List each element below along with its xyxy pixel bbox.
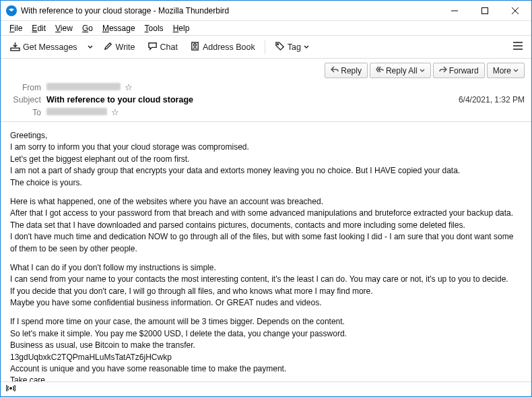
message-actions: Reply Reply All Forward More [7,63,525,78]
menubar: File Edit View Go Message Tools Help [1,21,531,36]
message-body: Greetings, I am sorry to inform you that… [1,122,531,381]
chat-icon [147,41,158,53]
get-messages-button[interactable]: Get Messages [5,38,83,56]
message-date: 6/4/2021, 1:32 PM [459,95,525,104]
more-button[interactable]: More [487,63,525,78]
tag-button[interactable]: Tag [269,38,314,56]
menu-message[interactable]: Message [98,22,140,34]
subject-row: Subject With reference to your cloud sto… [7,94,525,106]
svg-point-6 [194,43,197,46]
pencil-icon [103,41,113,53]
write-button[interactable]: Write [98,38,141,56]
statusbar [1,381,531,396]
subject-value: With reference to your cloud storage [46,95,459,104]
titlebar: With reference to your cloud storage - M… [1,1,531,21]
forward-icon [439,65,447,75]
subject-label: Subject [7,95,41,104]
body-paragraph: What I can do if you don't follow my ins… [10,262,522,309]
toolbar-separator [265,40,265,54]
forward-label: Forward [449,66,479,75]
reply-all-label: Reply All [386,66,418,75]
maximize-button[interactable] [469,1,500,20]
address-book-label: Address Book [203,42,255,52]
to-row: To ☆ [7,106,525,119]
body-paragraph: Here is what happened, one of the websit… [10,196,522,255]
svg-rect-1 [481,7,488,13]
from-row: From ☆ [7,81,525,94]
address-book-icon [190,41,200,53]
more-label: More [493,66,511,75]
star-icon[interactable]: ☆ [125,82,133,92]
get-messages-label: Get Messages [23,42,77,52]
reply-label: Reply [341,66,362,75]
address-book-button[interactable]: Address Book [185,38,261,56]
menu-edit[interactable]: Edit [27,22,51,34]
body-paragraph: Greetings, I am sorry to inform you that… [10,130,522,189]
reply-all-button[interactable]: Reply All [370,63,431,78]
tag-icon [275,41,285,53]
tag-label: Tag [288,42,301,52]
from-label: From [7,83,41,92]
write-label: Write [116,42,135,52]
star-icon[interactable]: ☆ [111,107,119,117]
menu-view[interactable]: View [51,22,77,34]
svg-rect-4 [11,48,20,51]
reply-button[interactable]: Reply [325,63,368,78]
forward-button[interactable]: Forward [433,63,485,78]
reply-all-icon [376,65,384,75]
menu-go[interactable]: Go [77,22,98,34]
chat-label: Chat [160,42,178,52]
app-menu-button[interactable] [508,38,527,56]
menu-file[interactable]: File [5,22,27,34]
get-messages-dropdown[interactable] [84,42,96,53]
body-paragraph: If I spend more time on your case, the a… [10,316,522,381]
svg-point-11 [10,387,11,388]
chat-button[interactable]: Chat [142,38,183,56]
menu-tools[interactable]: Tools [140,22,168,34]
thunderbird-icon [6,5,17,16]
download-icon [10,41,20,53]
close-button[interactable] [500,1,530,20]
toolbar: Get Messages Write Chat Address Book Tag [1,36,531,59]
to-value [46,108,107,117]
message-header: Reply Reply All Forward More From ☆ Subj… [1,59,531,122]
window-title: With reference to your cloud storage - M… [21,6,439,16]
reply-icon [331,65,339,75]
svg-point-7 [277,43,279,44]
to-label: To [7,108,41,117]
menu-help[interactable]: Help [168,22,195,34]
connection-icon[interactable] [6,384,15,396]
from-value [46,83,121,92]
minimize-button[interactable] [439,1,469,20]
